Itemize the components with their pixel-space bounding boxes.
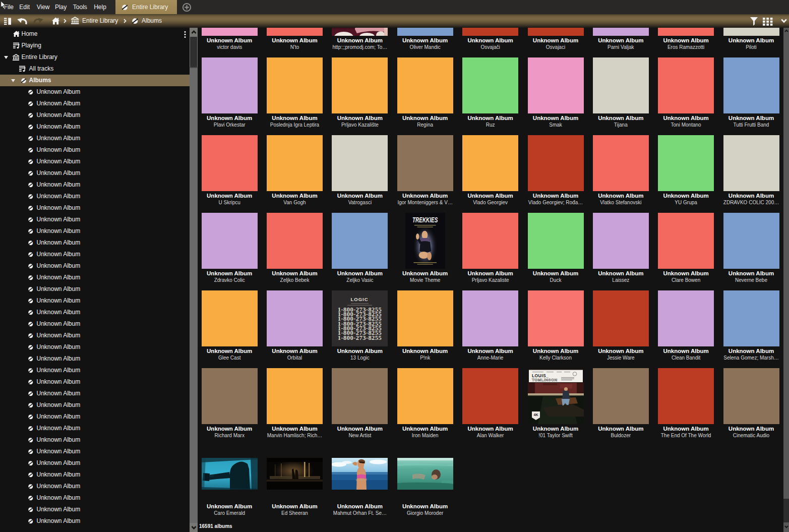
svg-text:TREKKIES: TREKKIES — [412, 216, 438, 224]
svg-text:LOGIC: LOGIC — [351, 297, 369, 302]
svg-text:TOMLINSON: TOMLINSON — [532, 378, 558, 382]
svg-text:LOUIS_: LOUIS_ — [532, 373, 549, 378]
svg-text:4K: 4K — [533, 413, 538, 417]
svg-text:1-800-273-8255: 1-800-273-8255 — [338, 334, 382, 341]
